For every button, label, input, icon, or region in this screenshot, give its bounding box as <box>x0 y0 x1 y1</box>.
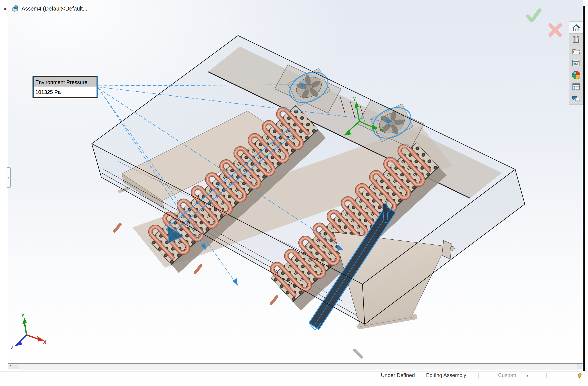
file-explorer-icon <box>571 46 581 56</box>
task-pane-design-library-button[interactable] <box>569 34 583 45</box>
roller-pin <box>450 246 454 250</box>
origin-y-label: Y <box>353 96 356 102</box>
solidworks-window: Y X Y X Z <box>0 0 588 386</box>
task-pane <box>569 21 583 105</box>
task-pane-custom-properties-button[interactable] <box>569 81 583 93</box>
tree-expand-arrow-icon[interactable]: ▶ <box>4 7 9 11</box>
sheet-tab-1[interactable]: 1 <box>8 364 19 369</box>
status-divider <box>478 373 479 378</box>
roller-bracket <box>442 240 452 259</box>
task-pane-file-explorer-button[interactable] <box>569 45 583 57</box>
tree-root-label[interactable]: Assem4 (Default<Default... <box>21 5 87 12</box>
environment-pressure-callout[interactable]: Environment Pressure 101325 Pa <box>32 76 98 98</box>
home-icon <box>571 23 581 32</box>
view-y-label: Y <box>21 313 24 318</box>
design-library-icon <box>571 35 581 44</box>
tag-icon <box>577 372 583 379</box>
right-margin <box>585 0 588 386</box>
view-z-label: Z <box>11 344 14 350</box>
status-divider <box>378 373 378 378</box>
assembly-icon <box>11 4 19 13</box>
status-bar: Under Defined Editing Assembly Custom ▴ <box>0 371 588 379</box>
feature-panel-flyout-tab[interactable]: › <box>7 167 11 188</box>
mate-status-text: Under Defined <box>381 372 415 379</box>
sheet-tab-label: 1 <box>10 364 12 369</box>
scroll-end-button[interactable] <box>577 364 582 369</box>
forum-icon <box>571 94 581 104</box>
status-divider <box>423 373 423 378</box>
task-pane-home-button[interactable] <box>569 22 583 34</box>
appearances-icon <box>571 70 581 80</box>
flyout-chevron-icon: › <box>8 175 9 180</box>
bottom-margin <box>8 379 588 386</box>
sheet-strip: 1 <box>8 363 583 370</box>
task-pane-forum-button[interactable] <box>569 93 583 105</box>
task-pane-appearances-button[interactable] <box>569 69 583 81</box>
tag-button[interactable] <box>577 372 583 380</box>
status-divider <box>546 373 546 378</box>
origin-x-label: X <box>379 126 383 132</box>
edit-mode-text: Editing Assembly <box>426 372 466 379</box>
callout-title: Environment Pressure <box>33 76 97 87</box>
task-pane-view-palette-button[interactable] <box>569 57 583 69</box>
graphics-area[interactable]: Y X Y X Z <box>0 0 588 386</box>
configuration-selector[interactable]: Custom <box>498 372 516 379</box>
view-x-label: X <box>43 339 46 345</box>
left-margin <box>0 0 8 386</box>
feature-tree-root[interactable]: ▶ Assem4 (Default<Default... <box>4 4 87 13</box>
callout-value-field[interactable]: 101325 Pa <box>33 87 97 98</box>
configuration-spin-icon[interactable]: ▴ <box>526 372 528 379</box>
view-palette-icon <box>571 58 581 68</box>
custom-properties-icon <box>571 82 581 92</box>
